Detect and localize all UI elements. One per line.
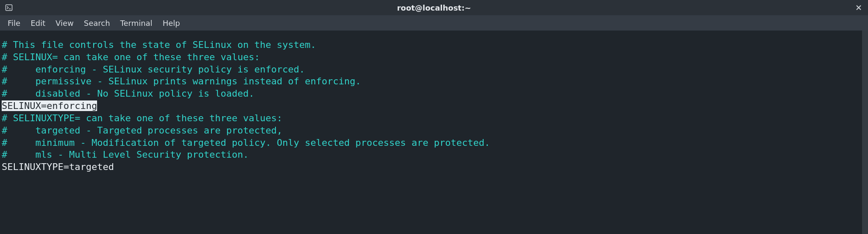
comment-line: # targeted - Targeted processes are prot… (2, 125, 282, 136)
comment-line: # permissive - SELinux prints warnings i… (2, 76, 361, 86)
menu-search[interactable]: Search (79, 17, 115, 29)
comment-line: # This file controls the state of SELinu… (2, 39, 316, 50)
comment-line: # enforcing - SELinux security policy is… (2, 64, 305, 75)
terminal-area[interactable]: # This file controls the state of SELinu… (0, 31, 868, 234)
menu-view[interactable]: View (50, 17, 79, 29)
menu-file[interactable]: File (3, 17, 25, 29)
comment-line: # mls - Multi Level Security protection. (2, 149, 249, 160)
highlighted-config-line: SELINUX=enforcin (2, 100, 92, 111)
terminal-output[interactable]: # This file controls the state of SELinu… (0, 31, 862, 234)
menubar: File Edit View Search Terminal Help (0, 15, 868, 31)
menu-terminal[interactable]: Terminal (115, 17, 158, 29)
comment-line: # minimum - Modification of targeted pol… (2, 137, 490, 148)
config-line: SELINUXTYPE=targeted (2, 162, 114, 172)
comment-line: # disabled - No SELinux policy is loaded… (2, 88, 254, 99)
window-titlebar: root@localhost:~ (0, 0, 868, 15)
comment-line: # SELINUX= can take one of these three v… (2, 52, 260, 62)
window-title: root@localhost:~ (397, 3, 471, 12)
window-close-button[interactable] (854, 3, 864, 13)
menu-edit[interactable]: Edit (25, 17, 50, 29)
vertical-scrollbar[interactable] (862, 31, 868, 234)
svg-rect-0 (6, 5, 12, 11)
menu-help[interactable]: Help (158, 17, 185, 29)
text-cursor: g (92, 100, 97, 111)
comment-line: # SELINUXTYPE= can take one of these thr… (2, 113, 282, 123)
terminal-app-icon (4, 3, 14, 12)
